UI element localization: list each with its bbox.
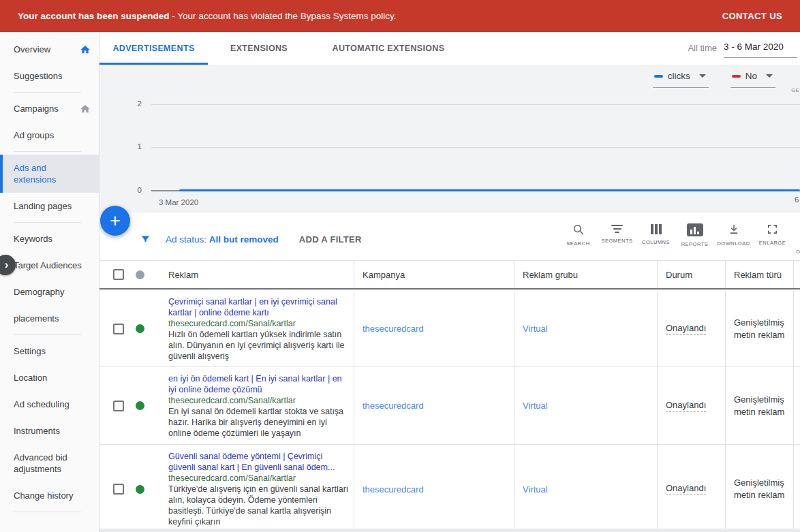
sidebar-divider [14,222,81,223]
tab-extensions[interactable]: EXTENSIONS [208,32,310,65]
sidebar-item-placements[interactable]: placements [0,305,99,332]
sidebar-divider [14,512,81,512]
ad-display-url: thesecuredcard.com/Sanal/kartlar [168,473,351,484]
sidebar-item-instruments[interactable]: Instruments [0,418,99,444]
ad-group-link[interactable]: Virtual [523,401,548,411]
campaign-link[interactable]: thesecuredcard [363,401,424,411]
table-header: Reklam Kampanya Reklam grubu Durum Rekla… [99,261,800,290]
reports-icon [687,223,703,236]
search-icon [572,223,585,236]
column-header-reklam-grubu[interactable]: Reklam grubu [523,270,578,280]
filter-bar: Ad status: All but removed ADD A FILTER … [99,213,800,261]
suspension-message: Your account has been suspended - Your a… [18,11,396,21]
funnel-icon [140,234,151,245]
ad-preview: Çevrimiçi sanal kartlar | en iyi çevrimi… [168,296,351,362]
sidebar-item-ad-scheduling[interactable]: Ad scheduling [0,391,99,418]
ad-type-label: Genişletilmiş metin reklam [734,477,793,501]
ad-preview: en iyi ön ödemeli kart | En iyi sanal ka… [168,373,351,439]
segments-icon [611,223,623,233]
y-tick-label: 1 [99,142,142,151]
add-filter-button[interactable]: ADD A FILTER [299,234,362,245]
sidebar-item-campaigns[interactable]: Campaigns [0,95,99,122]
ad-display-url: thesecuredcard.com/Sanal/kartlar [168,318,351,329]
sidebar: Overview Suggestions Campaigns Ad groups… [0,32,99,532]
ad-title-link[interactable]: en iyi ön ödemeli kart | En iyi sanal ka… [168,373,351,395]
status-badge: Onaylandı [666,400,706,412]
clipped-corner-label: GE [791,87,799,93]
suspension-message-bold: Your account has been suspended [18,11,170,21]
y-tick-label: 2 [99,99,142,108]
sidebar-item-demography[interactable]: Demography [0,279,99,305]
clipped-tool-label: D [797,249,800,255]
plus-icon: + [110,210,121,232]
column-header-kampanya[interactable]: Kampanya [363,270,405,280]
y-tick-label: 0 [99,186,142,194]
tab-automatic-extensions[interactable]: AUTOMATIC EXTENSIONS [310,32,467,65]
chevron-right-icon: › [5,258,9,272]
columns-icon [651,223,662,234]
ad-description: Hızlı ön ödemeli kartları yüksek indirim… [168,329,351,362]
tool-segments[interactable]: SEGMENTS [598,223,636,247]
status-enabled-dot-icon [136,324,144,333]
sidebar-item-change-history[interactable]: Change history [0,482,99,509]
suspension-banner: Your account has been suspended - Your a… [0,0,800,32]
status-badge: Onaylandı [666,323,706,335]
date-range-picker[interactable]: 3 - 6 Mar 2020 [724,42,797,58]
axis-stub [151,190,179,191]
sidebar-item-ad-groups[interactable]: Ad groups [0,122,99,148]
date-preset-label: All time [688,43,717,53]
legend-metric-no[interactable]: No [730,71,775,88]
select-all-checkbox[interactable] [113,269,124,280]
row-checkbox[interactable] [113,484,124,495]
ad-group-link[interactable]: Virtual [523,324,548,334]
sidebar-divider [14,334,81,335]
status-badge: Onaylandı [666,483,706,495]
table-body: Çevrimiçi sanal kartlar | en iyi çevrimi… [99,291,800,532]
campaign-link[interactable]: thesecuredcard [363,484,424,495]
column-header-reklam-turu[interactable]: Reklam türü [734,270,782,280]
tab-advertisements[interactable]: ADVERTISEMENTS [99,32,208,65]
tool-search[interactable]: SEARCH [559,223,598,247]
sidebar-item-landing-pages[interactable]: Landing pages [0,193,99,219]
tool-enlarge[interactable]: ENLARGE [753,223,792,247]
chevron-down-icon [766,74,773,78]
sidebar-item-settings[interactable]: Settings [0,338,99,364]
main-content: ADVERTISEMENTS EXTENSIONS AUTOMATIC EXTE… [99,32,800,532]
x-tick-label: 3 Mar 2020 [159,198,198,206]
sidebar-item-keywords[interactable]: Keywords [0,225,99,252]
clicks-series-line [179,189,800,191]
add-ad-button[interactable]: + [100,206,130,236]
ad-description: Türkiye'de alışveriş için en güvenli san… [168,484,351,527]
sidebar-item-suggestions[interactable]: Suggestions [0,63,99,89]
enlarge-icon [767,223,778,235]
sidebar-item-overview[interactable]: Overview [0,36,99,63]
tool-columns[interactable]: COLUMNS [636,223,675,247]
column-header-durum[interactable]: Durum [666,270,692,280]
sidebar-item-advanced-bid-adjustments[interactable]: Advanced bid adjustments [0,444,99,482]
horizontal-scrollbar[interactable] [99,529,800,532]
sidebar-divider [14,92,81,93]
ad-group-link[interactable]: Virtual [523,484,548,495]
no-series-swatch-icon [732,75,741,78]
row-checkbox[interactable] [113,324,124,334]
ad-title-link[interactable]: Çevrimiçi sanal kartlar | en iyi çevrimi… [168,296,351,318]
home-icon [80,104,91,114]
tool-download[interactable]: DOWNLOAD [714,223,753,247]
tool-reports[interactable]: REPORTS [675,223,714,247]
row-checkbox[interactable] [113,401,124,411]
ad-status-filter-chip[interactable]: Ad status: All but removed [166,234,279,245]
sidebar-item-ads-and-extensions[interactable]: Ads and extensions [0,155,99,193]
table-row: en iyi ön ödemeli kart | En iyi sanal ka… [99,367,800,445]
tab-bar: ADVERTISEMENTS EXTENSIONS AUTOMATIC EXTE… [99,32,800,65]
column-header-reklam[interactable]: Reklam [168,270,198,280]
gridline [151,147,800,148]
ad-title-link[interactable]: Güvenli sanal ödeme yöntemi | Çevrimiçi … [168,451,351,473]
sidebar-item-location[interactable]: Location [0,364,99,391]
gridline [151,104,800,105]
campaign-link[interactable]: thesecuredcard [363,324,424,334]
sidebar-divider [14,151,81,152]
contact-us-button[interactable]: CONTACT US [722,11,782,21]
download-icon [728,223,740,236]
status-dot-header-icon [136,270,144,279]
legend-metric-clicks[interactable]: clicks [653,71,709,88]
